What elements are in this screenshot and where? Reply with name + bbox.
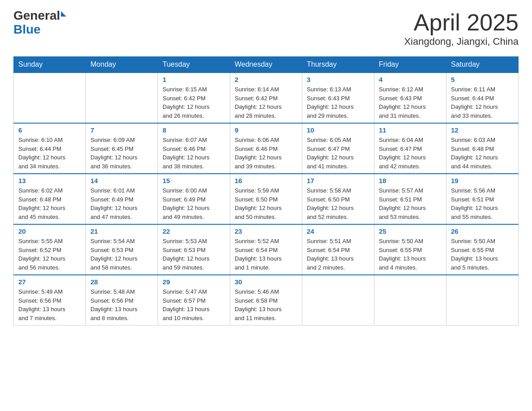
day-info: Sunrise: 6:00 AMSunset: 6:49 PMDaylight:… — [163, 186, 225, 221]
calendar-cell — [86, 73, 158, 123]
weekday-header-wednesday: Wednesday — [230, 57, 302, 73]
day-number: 16 — [235, 177, 297, 184]
day-info: Sunrise: 5:55 AMSunset: 6:52 PMDaylight:… — [18, 237, 81, 272]
weekday-header-sunday: Sunday — [14, 57, 86, 73]
day-info: Sunrise: 6:14 AMSunset: 6:42 PMDaylight:… — [235, 85, 297, 120]
day-info: Sunrise: 5:50 AMSunset: 6:55 PMDaylight:… — [451, 237, 514, 272]
calendar-cell: 5Sunrise: 6:11 AMSunset: 6:44 PMDaylight… — [446, 73, 519, 123]
calendar-cell: 23Sunrise: 5:52 AMSunset: 6:54 PMDayligh… — [230, 224, 302, 275]
weekday-header-friday: Friday — [374, 57, 446, 73]
day-info: Sunrise: 5:51 AMSunset: 6:54 PMDaylight:… — [307, 237, 369, 272]
weekday-header-monday: Monday — [86, 57, 158, 73]
calendar-cell: 6Sunrise: 6:10 AMSunset: 6:44 PMDaylight… — [14, 123, 86, 174]
weekday-header-thursday: Thursday — [302, 57, 374, 73]
page-header: General Blue April 2025 Xiangdong, Jiang… — [13, 9, 519, 47]
calendar-cell — [302, 275, 374, 325]
calendar-cell: 12Sunrise: 6:03 AMSunset: 6:48 PMDayligh… — [446, 123, 519, 174]
calendar-cell: 7Sunrise: 6:09 AMSunset: 6:45 PMDaylight… — [86, 123, 158, 174]
day-number: 7 — [90, 126, 153, 134]
calendar-cell: 9Sunrise: 6:06 AMSunset: 6:46 PMDaylight… — [230, 123, 302, 174]
week-row-5: 27Sunrise: 5:49 AMSunset: 6:56 PMDayligh… — [14, 275, 519, 325]
week-row-1: 1Sunrise: 6:15 AMSunset: 6:42 PMDaylight… — [14, 73, 519, 123]
day-info: Sunrise: 5:46 AMSunset: 6:58 PMDaylight:… — [235, 287, 297, 322]
day-number: 12 — [451, 126, 514, 134]
day-number: 13 — [18, 177, 81, 184]
calendar-cell — [446, 275, 519, 325]
day-number: 1 — [163, 76, 225, 83]
day-info: Sunrise: 6:01 AMSunset: 6:49 PMDaylight:… — [90, 186, 153, 221]
day-number: 15 — [163, 177, 225, 184]
weekday-header-row: SundayMondayTuesdayWednesdayThursdayFrid… — [14, 57, 519, 73]
calendar-cell: 24Sunrise: 5:51 AMSunset: 6:54 PMDayligh… — [302, 224, 374, 275]
day-number: 23 — [235, 227, 297, 235]
calendar-cell: 25Sunrise: 5:50 AMSunset: 6:55 PMDayligh… — [374, 224, 446, 275]
calendar-cell: 3Sunrise: 6:13 AMSunset: 6:43 PMDaylight… — [302, 73, 374, 123]
weekday-header-saturday: Saturday — [446, 57, 519, 73]
day-info: Sunrise: 5:47 AMSunset: 6:57 PMDaylight:… — [163, 287, 225, 322]
day-number: 20 — [18, 227, 81, 235]
day-number: 24 — [307, 227, 369, 235]
week-row-4: 20Sunrise: 5:55 AMSunset: 6:52 PMDayligh… — [14, 224, 519, 275]
day-number: 29 — [163, 278, 225, 286]
day-number: 21 — [90, 227, 153, 235]
calendar-table: SundayMondayTuesdayWednesdayThursdayFrid… — [13, 56, 519, 325]
calendar-cell: 10Sunrise: 6:05 AMSunset: 6:47 PMDayligh… — [302, 123, 374, 174]
calendar-cell: 11Sunrise: 6:04 AMSunset: 6:47 PMDayligh… — [374, 123, 446, 174]
logo[interactable]: General Blue — [13, 9, 66, 37]
day-info: Sunrise: 6:03 AMSunset: 6:48 PMDaylight:… — [451, 136, 514, 171]
day-info: Sunrise: 6:13 AMSunset: 6:43 PMDaylight:… — [307, 85, 369, 120]
day-number: 27 — [18, 278, 81, 286]
day-info: Sunrise: 6:07 AMSunset: 6:46 PMDaylight:… — [163, 136, 225, 171]
calendar-cell — [374, 275, 446, 325]
calendar-cell: 4Sunrise: 6:12 AMSunset: 6:43 PMDaylight… — [374, 73, 446, 123]
day-info: Sunrise: 5:58 AMSunset: 6:50 PMDaylight:… — [307, 186, 369, 221]
calendar-cell — [14, 73, 86, 123]
day-number: 5 — [451, 76, 514, 83]
day-info: Sunrise: 6:10 AMSunset: 6:44 PMDaylight:… — [18, 136, 81, 171]
day-info: Sunrise: 5:53 AMSunset: 6:53 PMDaylight:… — [163, 237, 225, 272]
weekday-header-tuesday: Tuesday — [158, 57, 230, 73]
calendar-cell: 20Sunrise: 5:55 AMSunset: 6:52 PMDayligh… — [14, 224, 86, 275]
day-number: 4 — [379, 76, 442, 83]
day-info: Sunrise: 5:59 AMSunset: 6:50 PMDaylight:… — [235, 186, 297, 221]
week-row-2: 6Sunrise: 6:10 AMSunset: 6:44 PMDaylight… — [14, 123, 519, 174]
day-number: 11 — [379, 126, 442, 134]
day-number: 26 — [451, 227, 514, 235]
day-number: 14 — [90, 177, 153, 184]
logo-triangle-icon — [61, 11, 66, 17]
day-number: 6 — [18, 126, 81, 134]
day-number: 2 — [235, 76, 297, 83]
day-info: Sunrise: 5:49 AMSunset: 6:56 PMDaylight:… — [18, 287, 81, 322]
day-number: 8 — [163, 126, 225, 134]
day-info: Sunrise: 6:06 AMSunset: 6:46 PMDaylight:… — [235, 136, 297, 171]
day-info: Sunrise: 6:09 AMSunset: 6:45 PMDaylight:… — [90, 136, 153, 171]
day-info: Sunrise: 5:57 AMSunset: 6:51 PMDaylight:… — [379, 186, 442, 221]
day-info: Sunrise: 6:11 AMSunset: 6:44 PMDaylight:… — [451, 85, 514, 120]
day-number: 25 — [379, 227, 442, 235]
calendar-title: April 2025 — [404, 9, 519, 36]
day-number: 28 — [90, 278, 153, 286]
calendar-cell: 22Sunrise: 5:53 AMSunset: 6:53 PMDayligh… — [158, 224, 230, 275]
calendar-cell: 14Sunrise: 6:01 AMSunset: 6:49 PMDayligh… — [86, 174, 158, 224]
day-number: 19 — [451, 177, 514, 184]
day-number: 10 — [307, 126, 369, 134]
day-info: Sunrise: 5:54 AMSunset: 6:53 PMDaylight:… — [90, 237, 153, 272]
calendar-cell: 16Sunrise: 5:59 AMSunset: 6:50 PMDayligh… — [230, 174, 302, 224]
day-info: Sunrise: 5:48 AMSunset: 6:56 PMDaylight:… — [90, 287, 153, 322]
day-number: 17 — [307, 177, 369, 184]
day-number: 9 — [235, 126, 297, 134]
calendar-cell: 17Sunrise: 5:58 AMSunset: 6:50 PMDayligh… — [302, 174, 374, 224]
day-number: 22 — [163, 227, 225, 235]
calendar-cell: 26Sunrise: 5:50 AMSunset: 6:55 PMDayligh… — [446, 224, 519, 275]
calendar-cell: 8Sunrise: 6:07 AMSunset: 6:46 PMDaylight… — [158, 123, 230, 174]
day-info: Sunrise: 5:50 AMSunset: 6:55 PMDaylight:… — [379, 237, 442, 272]
title-section: April 2025 Xiangdong, Jiangxi, China — [404, 9, 519, 47]
calendar-cell: 15Sunrise: 6:00 AMSunset: 6:49 PMDayligh… — [158, 174, 230, 224]
calendar-cell: 1Sunrise: 6:15 AMSunset: 6:42 PMDaylight… — [158, 73, 230, 123]
day-number: 18 — [379, 177, 442, 184]
calendar-subtitle: Xiangdong, Jiangxi, China — [404, 36, 519, 47]
day-info: Sunrise: 6:12 AMSunset: 6:43 PMDaylight:… — [379, 85, 442, 120]
calendar-cell: 19Sunrise: 5:56 AMSunset: 6:51 PMDayligh… — [446, 174, 519, 224]
calendar-cell: 18Sunrise: 5:57 AMSunset: 6:51 PMDayligh… — [374, 174, 446, 224]
day-number: 30 — [235, 278, 297, 286]
